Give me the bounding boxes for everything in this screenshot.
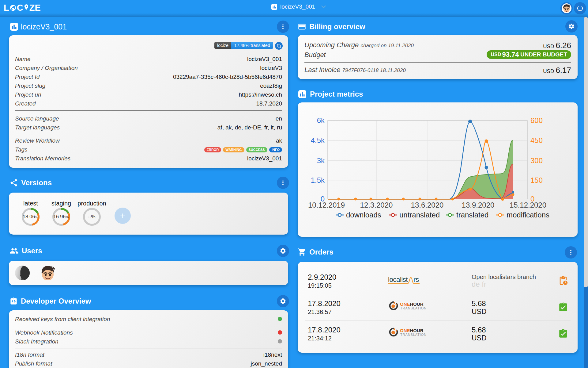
svg-text:translated: translated (456, 211, 488, 219)
svg-text:--%: --% (88, 214, 96, 219)
svg-text:1.5k: 1.5k (311, 176, 325, 184)
svg-text:300: 300 (530, 156, 543, 165)
svg-text:16.96%: 16.96% (53, 214, 69, 219)
svg-text:15.12.2020: 15.12.2020 (510, 201, 546, 209)
svg-text:150: 150 (530, 176, 543, 184)
svg-text:18.06%: 18.06% (23, 214, 38, 219)
svg-text:downloads: downloads (346, 211, 381, 219)
svg-text:untranslated: untranslated (399, 211, 440, 219)
svg-text:13.6.2020: 13.6.2020 (411, 201, 444, 209)
svg-text:6k: 6k (317, 116, 325, 125)
svg-text:4.5k: 4.5k (311, 136, 325, 144)
svg-text:13.9.2020: 13.9.2020 (462, 201, 495, 209)
svg-text:modifications: modifications (507, 211, 549, 219)
svg-text:rs: rs (413, 276, 419, 283)
svg-text:600: 600 (530, 116, 543, 125)
svg-text:12.3.2020: 12.3.2020 (360, 201, 393, 209)
svg-text:localist: localist (388, 276, 408, 283)
svg-text:450: 450 (530, 136, 543, 144)
svg-text:10.12.2019: 10.12.2019 (308, 201, 345, 209)
svg-text:3k: 3k (317, 156, 325, 165)
